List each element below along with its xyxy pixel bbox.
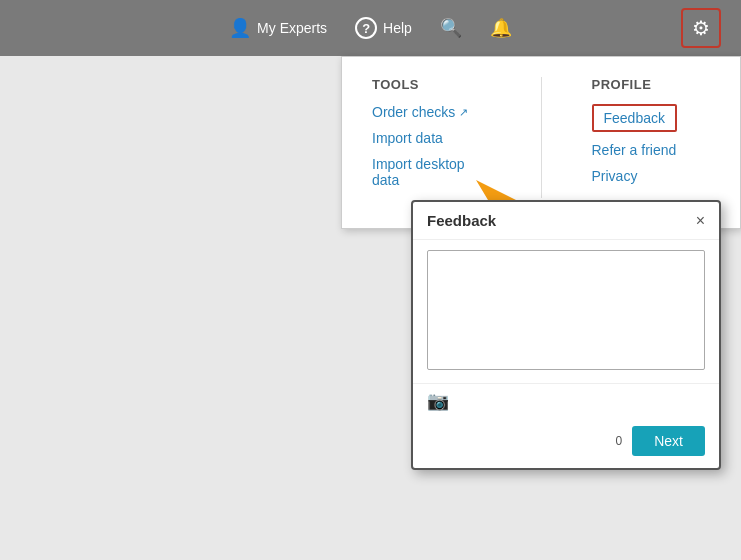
bell-icon: 🔔	[490, 17, 512, 39]
menu-divider	[541, 77, 542, 198]
help-nav[interactable]: ? Help	[355, 17, 412, 39]
tools-section-title: TOOLS	[372, 77, 491, 92]
char-count: 0	[616, 434, 623, 448]
order-checks-label: Order checks	[372, 104, 455, 120]
privacy-item[interactable]: Privacy	[592, 168, 711, 184]
feedback-textarea[interactable]	[427, 250, 705, 370]
my-experts-nav[interactable]: 👤 My Experts	[229, 17, 327, 39]
import-data-item[interactable]: Import data	[372, 130, 491, 146]
refer-friend-label: Refer a friend	[592, 142, 677, 158]
gear-icon: ⚙	[692, 16, 710, 40]
my-experts-label: My Experts	[257, 20, 327, 36]
import-data-label: Import data	[372, 130, 443, 146]
modal-body	[413, 240, 719, 383]
person-icon: 👤	[229, 17, 251, 39]
order-checks-item[interactable]: Order checks ↗	[372, 104, 491, 120]
privacy-label: Privacy	[592, 168, 638, 184]
help-circle-icon: ?	[355, 17, 377, 39]
modal-close-button[interactable]: ×	[696, 213, 705, 229]
search-nav[interactable]: 🔍	[440, 17, 462, 39]
modal-footer: 0 Next	[413, 418, 719, 468]
refer-friend-item[interactable]: Refer a friend	[592, 142, 711, 158]
modal-toolbar: 📷	[413, 383, 719, 418]
modal-header: Feedback ×	[413, 202, 719, 240]
feedback-menu-label: Feedback	[604, 110, 665, 126]
next-button[interactable]: Next	[632, 426, 705, 456]
feedback-menu-item[interactable]: Feedback	[592, 104, 677, 132]
settings-button[interactable]: ⚙	[681, 8, 721, 48]
help-label: Help	[383, 20, 412, 36]
modal-title: Feedback	[427, 212, 496, 229]
bell-nav[interactable]: 🔔	[490, 17, 512, 39]
profile-section-title: PROFILE	[592, 77, 711, 92]
profile-section: PROFILE Feedback Refer a friend Privacy	[592, 77, 711, 198]
search-icon: 🔍	[440, 17, 462, 39]
camera-icon[interactable]: 📷	[427, 390, 449, 412]
external-link-icon: ↗	[459, 106, 468, 119]
feedback-modal: Feedback × 📷 0 Next	[411, 200, 721, 470]
top-nav: 👤 My Experts ? Help 🔍 🔔 ⚙	[0, 0, 741, 56]
